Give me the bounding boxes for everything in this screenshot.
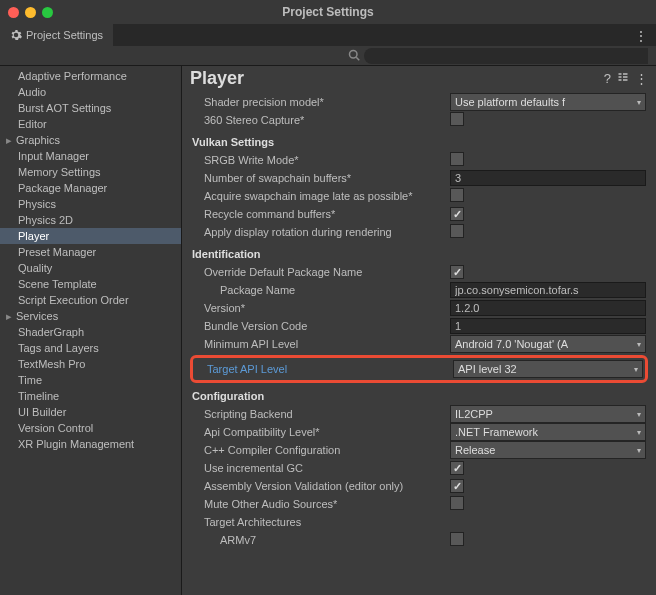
override-package-checkbox[interactable] — [450, 265, 464, 279]
setting-label: Override Default Package Name — [192, 266, 450, 278]
setting-label: Use incremental GC — [192, 462, 450, 474]
scripting-backend-dropdown[interactable]: IL2CPP — [450, 405, 646, 423]
version-input[interactable] — [450, 300, 646, 316]
page-title: Player — [190, 68, 604, 89]
sidebar-item-adaptive-performance[interactable]: Adaptive Performance — [0, 68, 181, 84]
svg-rect-7 — [623, 79, 628, 81]
section-header: Configuration — [192, 390, 450, 402]
more-icon[interactable]: ⋮ — [635, 71, 648, 86]
setting-label: Recycle command buffers* — [192, 208, 450, 220]
sidebar-item-input-manager[interactable]: Input Manager — [0, 148, 181, 164]
close-button[interactable] — [8, 7, 19, 18]
setting-label: Apply display rotation during rendering — [192, 226, 450, 238]
tab-project-settings[interactable]: Project Settings — [0, 24, 113, 46]
sidebar-item-player[interactable]: Player — [0, 228, 181, 244]
setting-label: Number of swapchain buffers* — [192, 172, 450, 184]
bundle-code-input[interactable] — [450, 318, 646, 334]
sidebar-item-time[interactable]: Time — [0, 372, 181, 388]
sidebar-item-textmesh-pro[interactable]: TextMesh Pro — [0, 356, 181, 372]
sidebar-item-memory-settings[interactable]: Memory Settings — [0, 164, 181, 180]
sidebar-item-shadergraph[interactable]: ShaderGraph — [0, 324, 181, 340]
section-header: Identification — [192, 248, 450, 260]
display-rotation-checkbox[interactable] — [450, 224, 464, 238]
preset-icon[interactable] — [617, 71, 629, 86]
highlight-annotation: Target API LevelAPI level 32 — [190, 355, 648, 383]
min-api-dropdown[interactable]: Android 7.0 'Nougat' (A — [450, 335, 646, 353]
sidebar-item-audio[interactable]: Audio — [0, 84, 181, 100]
expand-arrow-icon: ▸ — [6, 133, 16, 147]
svg-rect-3 — [619, 76, 622, 78]
setting-label: ARMv7 — [192, 534, 450, 546]
svg-rect-2 — [619, 73, 622, 75]
mute-audio-checkbox[interactable] — [450, 496, 464, 510]
setting-label: SRGB Write Mode* — [192, 154, 450, 166]
maximize-button[interactable] — [42, 7, 53, 18]
sidebar-item-scene-template[interactable]: Scene Template — [0, 276, 181, 292]
sidebar-item-package-manager[interactable]: Package Manager — [0, 180, 181, 196]
armv7-checkbox[interactable] — [450, 532, 464, 546]
svg-line-1 — [356, 57, 359, 60]
svg-rect-5 — [623, 73, 628, 75]
stereo-capture-checkbox[interactable] — [450, 112, 464, 126]
package-name-input[interactable] — [450, 282, 646, 298]
sidebar-item-script-execution-order[interactable]: Script Execution Order — [0, 292, 181, 308]
content-panel: Player ? ⋮ Shader precision model*Use pl… — [182, 66, 656, 595]
tab-bar: Project Settings ⋮ — [0, 24, 656, 46]
setting-label: Package Name — [192, 284, 450, 296]
sidebar-item-tags-and-layers[interactable]: Tags and Layers — [0, 340, 181, 356]
svg-rect-6 — [623, 76, 628, 78]
acquire-late-checkbox[interactable] — [450, 188, 464, 202]
expand-arrow-icon: ▸ — [6, 309, 16, 323]
setting-label: 360 Stereo Capture* — [192, 114, 450, 126]
search-icon — [348, 49, 360, 63]
setting-label: Minimum API Level — [192, 338, 450, 350]
setting-label: Bundle Version Code — [192, 320, 450, 332]
sidebar-item-preset-manager[interactable]: Preset Manager — [0, 244, 181, 260]
srgb-write-checkbox[interactable] — [450, 152, 464, 166]
cpp-compiler-dropdown[interactable]: Release — [450, 441, 646, 459]
traffic-lights — [8, 7, 53, 18]
sidebar-item-xr-plugin-management[interactable]: XR Plugin Management — [0, 436, 181, 452]
section-header: Vulkan Settings — [192, 136, 450, 148]
svg-point-0 — [350, 50, 358, 58]
setting-label: Target Architectures — [192, 516, 450, 528]
setting-label: Api Compatibility Level* — [192, 426, 450, 438]
titlebar: Project Settings — [0, 0, 656, 24]
sidebar-item-timeline[interactable]: Timeline — [0, 388, 181, 404]
target-api-label: Target API Level — [195, 363, 453, 375]
sidebar-item-graphics[interactable]: ▸Graphics — [0, 132, 181, 148]
sidebar: Adaptive PerformanceAudioBurst AOT Setti… — [0, 66, 182, 595]
sidebar-item-quality[interactable]: Quality — [0, 260, 181, 276]
setting-label: Mute Other Audio Sources* — [192, 498, 450, 510]
search-bar — [0, 46, 656, 66]
swapchain-buffers-input[interactable] — [450, 170, 646, 186]
setting-label: Shader precision model* — [192, 96, 450, 108]
sidebar-item-physics-2d[interactable]: Physics 2D — [0, 212, 181, 228]
minimize-button[interactable] — [25, 7, 36, 18]
setting-label: Acquire swapchain image late as possible… — [192, 190, 450, 202]
sidebar-item-burst-aot-settings[interactable]: Burst AOT Settings — [0, 100, 181, 116]
api-compat-dropdown[interactable]: .NET Framework — [450, 423, 646, 441]
shader-precision-dropdown[interactable]: Use platform defaults f — [450, 93, 646, 111]
setting-label: C++ Compiler Configuration — [192, 444, 450, 456]
svg-rect-4 — [619, 79, 622, 81]
recycle-buffers-checkbox[interactable] — [450, 207, 464, 221]
sidebar-item-physics[interactable]: Physics — [0, 196, 181, 212]
setting-label: Version* — [192, 302, 450, 314]
window-title: Project Settings — [282, 5, 373, 19]
settings-scroll[interactable]: Shader precision model*Use platform defa… — [182, 93, 656, 595]
incremental-gc-checkbox[interactable] — [450, 461, 464, 475]
help-icon[interactable]: ? — [604, 71, 611, 86]
sidebar-item-services[interactable]: ▸Services — [0, 308, 181, 324]
target-api-dropdown[interactable]: API level 32 — [453, 360, 643, 378]
sidebar-item-editor[interactable]: Editor — [0, 116, 181, 132]
setting-label: Assembly Version Validation (editor only… — [192, 480, 450, 492]
setting-label: Scripting Backend — [192, 408, 450, 420]
assembly-validation-checkbox[interactable] — [450, 479, 464, 493]
sidebar-item-ui-builder[interactable]: UI Builder — [0, 404, 181, 420]
tab-label: Project Settings — [26, 29, 103, 41]
search-input[interactable] — [364, 48, 648, 64]
tab-menu-icon[interactable]: ⋮ — [626, 24, 656, 46]
sidebar-item-version-control[interactable]: Version Control — [0, 420, 181, 436]
gear-icon — [10, 29, 22, 41]
